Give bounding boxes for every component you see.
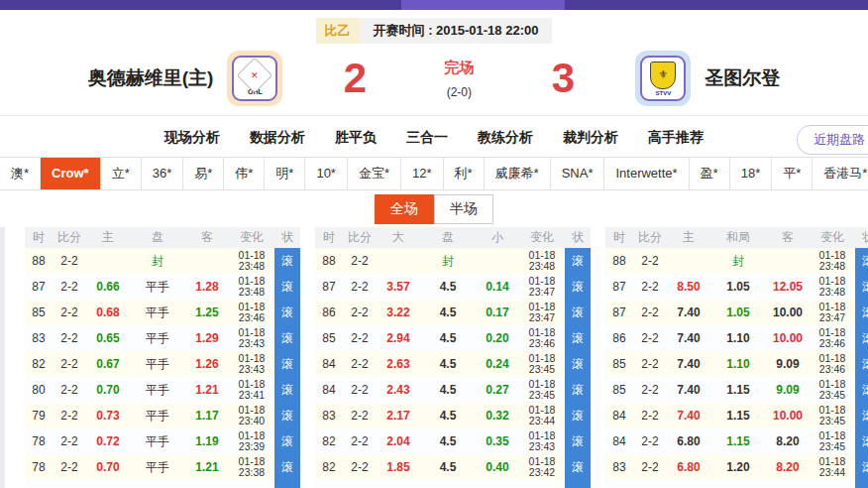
cell-time: 87: [605, 300, 633, 325]
kickoff-time: 开赛时间 : 2015-01-18 22:00: [360, 18, 553, 44]
top-navigation-bar: [0, 0, 868, 10]
table-row: 822-22.044.50.3501-1823:43滚: [315, 428, 591, 454]
cell-empty: [130, 480, 185, 488]
column-header: 变化: [519, 227, 565, 248]
cell-line: 封: [710, 248, 766, 274]
cell-line: 4.5: [420, 274, 476, 300]
cell-change: 01-1823:45: [810, 428, 855, 454]
bookmaker-tab-6[interactable]: 明*: [265, 158, 305, 189]
cell-empty: [315, 480, 343, 488]
cell-live-status: 滚: [274, 248, 300, 274]
cell-left-odds: 7.40: [667, 351, 710, 377]
cell-right-odds: 0.14: [476, 274, 519, 300]
bookmaker-tab-3[interactable]: 36*: [142, 158, 184, 189]
table-row: 852-27.401.109.0901-1823:46滚: [605, 351, 868, 377]
cell-line: 1.20: [710, 454, 766, 480]
cell-left-odds: 7.40: [667, 377, 710, 403]
nav-tab-6[interactable]: 高手推荐: [648, 129, 704, 147]
cell-score: 2-2: [343, 325, 377, 351]
cell-left-odds: 6.80: [667, 454, 710, 480]
table-row: 822-20.67平手1.2601-1823:43滚: [25, 351, 300, 377]
cell-live-status: 滚: [855, 403, 868, 428]
table-row: 842-22.634.50.2401-1823:45滚: [315, 351, 591, 377]
league-badge: 比乙: [316, 18, 360, 44]
cell-empty: [229, 480, 274, 488]
bookmaker-tab-8[interactable]: 金宝*: [348, 158, 401, 189]
cell-score: 2-2: [633, 428, 667, 454]
bookmaker-tab-13[interactable]: Interwette*: [604, 158, 689, 189]
cell-left-odds: 0.73: [86, 403, 130, 428]
cell-left-odds: 2.17: [377, 403, 420, 428]
cell-time: 84: [315, 377, 343, 403]
cell-right-odds: 0.27: [476, 377, 519, 403]
cell-empty: [377, 480, 420, 488]
bookmaker-tab-17[interactable]: 香港马*: [813, 158, 868, 189]
bookmaker-tab-2[interactable]: 立*: [101, 158, 142, 189]
cell-score: 2-2: [633, 248, 667, 274]
bookmaker-tab-5[interactable]: 伟*: [224, 158, 265, 189]
cell-time: 82: [315, 454, 343, 480]
bookmaker-tab-1[interactable]: Crow*: [41, 158, 101, 189]
nav-tab-2[interactable]: 胜平负: [335, 129, 377, 147]
nav-tab-5[interactable]: 裁判分析: [563, 129, 618, 147]
bookmaker-tab-16[interactable]: 平*: [772, 158, 813, 189]
table-row: 872-20.66平手1.2801-1823:48滚: [25, 274, 300, 300]
column-header: 大: [377, 227, 420, 248]
nav-tab-1[interactable]: 数据分析: [250, 129, 305, 147]
cell-right-odds: 0.32: [476, 403, 519, 428]
cell-right-odds: 1.21: [185, 454, 229, 480]
cell-right-odds: 0.20: [476, 325, 519, 351]
cell-right-odds: 9.09: [766, 351, 810, 377]
bookmaker-tab-10[interactable]: 利*: [444, 158, 485, 189]
table-row: 872-28.501.0512.0501-1823:48滚: [605, 274, 868, 300]
cell-score: 2-2: [633, 403, 667, 428]
cell-left-odds: 7.40: [667, 325, 710, 351]
nav-tab-4[interactable]: 教练分析: [478, 129, 533, 147]
bookmaker-tab-7[interactable]: 10*: [305, 158, 348, 189]
cell-live-status: 滚: [565, 300, 591, 325]
cell-live-status: 滚: [855, 274, 868, 300]
cell-change: 01-1823:44: [810, 454, 855, 480]
bookmaker-tab-11[interactable]: 威廉希*: [485, 158, 551, 189]
column-header: 客: [766, 227, 810, 248]
cell-score: 2-2: [343, 454, 377, 480]
cell-live-status: 滚: [855, 428, 868, 454]
table-row: 782-20.72平手1.1901-1823:39滚: [25, 428, 300, 454]
stvv-crest-icon: ⚜: [650, 61, 676, 89]
scoreboard: 奥德赫维里(主) ✕ OHL 2 完场 (2-0) 3 ⚜ STVV: [0, 51, 868, 106]
bookmaker-tab-15[interactable]: 18*: [730, 158, 773, 189]
cell-time: 78: [25, 428, 53, 454]
cell-left-odds: [86, 248, 130, 274]
cell-score: 2-2: [53, 351, 86, 377]
over-under-odds-table: 时比分大盘小变化状882-2封01-1823:48滚872-23.574.50.…: [315, 227, 591, 488]
cell-live-status: 滚: [855, 325, 868, 351]
cell-left-odds: 8.50: [667, 274, 710, 300]
home-score: 2: [338, 55, 372, 102]
cell-time: 83: [25, 325, 53, 351]
asian-handicap-odds-table: 时比分主盘客变化状882-2封01-1823:48滚872-20.66平手1.2…: [25, 227, 300, 488]
recent-trend-button[interactable]: 近期盘路: [797, 125, 868, 155]
cell-empty: [420, 480, 476, 488]
table-row-partial: [315, 480, 591, 488]
cell-live-status: 滚: [855, 377, 868, 403]
bookmaker-tab-9[interactable]: 12*: [401, 158, 444, 189]
bookmaker-tab-14[interactable]: 盈*: [690, 158, 730, 189]
half-time-score: (2-0): [399, 85, 518, 99]
bookmaker-tab-4[interactable]: 易*: [183, 158, 224, 189]
cell-right-odds: 12.05: [766, 274, 810, 300]
cell-live-status: [565, 480, 591, 488]
cell-change: 01-1823:48: [519, 248, 565, 274]
bookmaker-tab-12[interactable]: SNA*: [551, 158, 605, 189]
cell-left-odds: 2.43: [377, 377, 420, 403]
cell-line: 平手: [130, 325, 185, 351]
bookmaker-tab-0[interactable]: 澳*: [0, 158, 41, 189]
home-logo-inner: ✕ OHL: [232, 56, 277, 101]
full-match-toggle[interactable]: 全场: [375, 194, 434, 224]
cell-live-status: 滚: [565, 248, 591, 274]
cell-time: 84: [605, 403, 633, 428]
period-toggle: 全场 半场: [0, 190, 868, 227]
nav-tab-3[interactable]: 三合一: [406, 129, 448, 147]
half-match-toggle[interactable]: 半场: [434, 194, 493, 224]
cell-time: 83: [605, 454, 633, 480]
nav-tab-0[interactable]: 现场分析: [164, 129, 220, 147]
